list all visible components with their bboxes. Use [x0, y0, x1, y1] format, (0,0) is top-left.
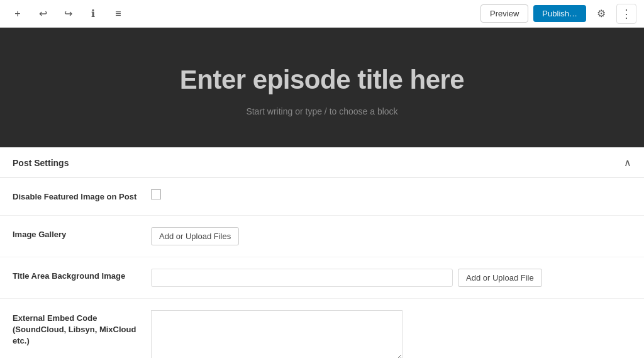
- disable-featured-checkbox[interactable]: [151, 189, 161, 199]
- info-button[interactable]: ℹ: [83, 4, 103, 24]
- title-bg-controls: Add or Upload File: [151, 269, 542, 287]
- external-embed-label: External Embed Code (SoundCloud, Libsyn,…: [13, 310, 151, 347]
- dots-icon: ⋮: [621, 7, 632, 21]
- post-settings-panel: Post Settings ∧ Disable Featured Image o…: [0, 147, 644, 358]
- list-button[interactable]: ≡: [108, 4, 128, 24]
- editor-header: Enter episode title here Start writing o…: [0, 28, 644, 147]
- undo-button[interactable]: ↩: [33, 4, 53, 24]
- settings-button[interactable]: ⚙: [591, 4, 611, 24]
- more-options-button[interactable]: ⋮: [616, 4, 636, 24]
- title-bg-label: Title Area Background Image: [13, 269, 151, 281]
- post-settings-header[interactable]: Post Settings ∧: [0, 148, 644, 178]
- list-icon: ≡: [115, 8, 121, 20]
- toolbar: + ↩ ↪ ℹ ≡ Preview Publish… ⚙ ⋮: [0, 0, 644, 28]
- external-embed-row: External Embed Code (SoundCloud, Libsyn,…: [0, 299, 644, 358]
- disable-featured-row: Disable Featured Image on Post: [0, 178, 644, 216]
- title-bg-input[interactable]: [151, 269, 453, 287]
- image-gallery-row: Image Gallery Add or Upload Files: [0, 216, 644, 257]
- external-embed-textarea[interactable]: [151, 310, 402, 358]
- undo-icon: ↩: [39, 8, 47, 20]
- publish-button[interactable]: Publish…: [533, 5, 586, 22]
- title-bg-control: Add or Upload File: [151, 269, 631, 287]
- add-icon: +: [14, 8, 20, 20]
- disable-featured-control: [151, 189, 631, 199]
- editor-body-placeholder[interactable]: Start writing or type / to choose a bloc…: [246, 106, 397, 116]
- redo-icon: ↪: [64, 8, 72, 20]
- preview-button[interactable]: Preview: [480, 4, 528, 23]
- add-upload-file-button[interactable]: Add or Upload File: [458, 269, 542, 287]
- collapse-icon: ∧: [624, 157, 631, 169]
- toolbar-left: + ↩ ↪ ℹ ≡: [8, 4, 128, 24]
- episode-title-input[interactable]: Enter episode title here: [180, 65, 464, 95]
- title-bg-row: Title Area Background Image Add or Uploa…: [0, 257, 644, 299]
- redo-button[interactable]: ↪: [58, 4, 78, 24]
- add-upload-files-button[interactable]: Add or Upload Files: [151, 227, 239, 245]
- disable-featured-label: Disable Featured Image on Post: [13, 189, 151, 201]
- image-gallery-control: Add or Upload Files: [151, 227, 631, 245]
- post-settings-title: Post Settings: [13, 158, 69, 168]
- info-icon: ℹ: [91, 8, 95, 20]
- external-embed-control: [151, 310, 631, 358]
- page-content: Enter episode title here Start writing o…: [0, 28, 644, 358]
- image-gallery-label: Image Gallery: [13, 227, 151, 239]
- toolbar-right: Preview Publish… ⚙ ⋮: [480, 4, 636, 24]
- add-block-button[interactable]: +: [8, 4, 28, 24]
- settings-icon: ⚙: [597, 8, 606, 20]
